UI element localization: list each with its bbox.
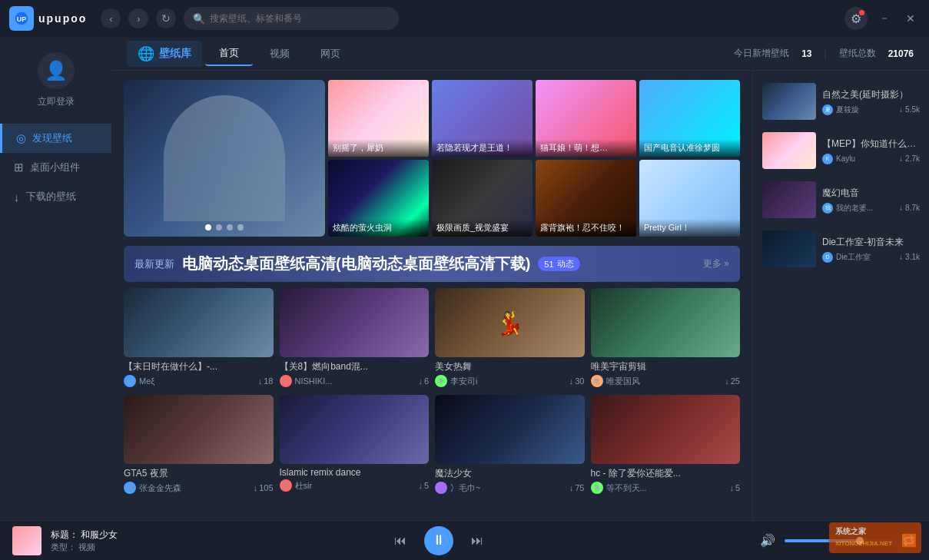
video-card-2[interactable]: 💃 美女热舞 李 李安司i ↓ 30 [435,288,585,387]
settings-button[interactable]: ⚙ [844,7,868,30]
svg-text:XITONGZHIJIA.NET: XITONGZHIJIA.NET [835,540,892,547]
banner-label-3: 猫耳娘！萌！想… [536,139,636,157]
video-thumb-2: 💃 [435,288,585,357]
video-thumb-4 [124,395,274,464]
right-title-1: 【MEP】你知道什么是... [822,138,920,151]
sidebar-item-label-widget: 桌面小组件 [30,161,80,174]
banner-thumb-3[interactable]: 猫耳娘！萌！想… [536,80,636,157]
total-label: 壁纸总数 [839,47,876,60]
dot-3[interactable] [227,224,233,230]
dot-1[interactable] [205,224,211,230]
video-card-6[interactable]: 魔法少女 冫 冫毛巾~ ↓ 75 [435,395,585,494]
banner-thumb-6[interactable]: 极限画质_视觉盛宴 [432,160,533,237]
refresh-button[interactable]: ↻ [156,8,176,28]
promo-banner[interactable]: 最新更新 电脑动态桌面壁纸高清(电脑动态桌面壁纸高清下载) 51 动态 更多 » [124,246,740,282]
video-author-1: N NISHIKI... [280,375,333,387]
sidebar-item-discover[interactable]: ◎ 发现壁纸 [0,124,111,153]
tab-home[interactable]: 首页 [205,41,253,66]
video-card-4[interactable]: GTA5 夜景 张 张金金先森 ↓ 105 [124,395,274,494]
tab-web[interactable]: 网页 [307,42,354,65]
author-name-2: 李安司i [450,376,477,387]
dl-count-0: 18 [264,376,273,386]
right-item-2[interactable]: 魔幻电音 我 我的老婆... ↓ 8.7k [762,178,920,221]
video-title-3: 唯美宇宙剪辑 [591,360,741,373]
tab-wallpaper-lib[interactable]: 🌐 壁纸库 [127,41,202,67]
tab-video[interactable]: 视频 [256,42,304,65]
main-layout: 👤 立即登录 ◎ 发现壁纸 ⊞ 桌面小组件 ↓ 下载的壁纸 🌐 壁纸库 首页 视… [0,37,929,520]
right-info-2: 魔幻电音 我 我的老婆... ↓ 8.7k [822,187,920,214]
dl-count-3: 25 [731,376,740,386]
banner-dots [205,224,244,230]
right-thumb-3 [762,230,816,267]
banner-thumb-5[interactable]: 炫酷的萤火虫洞 [328,160,429,237]
author-name-7: 等不到天... [606,482,647,494]
video-card-3[interactable]: 唯美宇宙剪辑 唯 唯爱国风 ↓ 25 [591,288,741,387]
stats-area: 今日新增壁纸 13 | 壁纸总数 21076 [734,47,914,60]
sidebar-item-label-downloaded: 下载的壁纸 [26,190,76,204]
sidebar-item-downloaded[interactable]: ↓ 下载的壁纸 [0,182,111,211]
prev-button[interactable]: ⏮ [389,529,412,552]
banner-thumb-2[interactable]: 若隐若现才是王道！ [432,80,533,157]
play-button[interactable]: ⏸ [424,526,453,555]
author-name-0: Meξ [139,376,154,386]
video-card-1[interactable]: 【关8】燃向band混... N NISHIKI... ↓ 6 [280,288,430,387]
right-author-2: 我的老婆... [836,203,873,214]
author-avatar-4: 张 [124,482,136,494]
login-button[interactable]: 立即登录 [38,95,75,108]
video-card-7[interactable]: hc - 除了爱你还能爱... 等 等不到天... ↓ 5 [591,395,741,494]
player-thumbnail [12,526,41,555]
banner-thumb-1[interactable]: 别摇了，犀奶 [328,80,429,157]
right-item-1[interactable]: 【MEP】你知道什么是... K Kaylu ↓ 2.7k [762,129,920,172]
title-label: 标题： [51,529,78,540]
type-label: 类型： [51,542,76,552]
banner-thumb-4[interactable]: 国产电音认准徐梦圆 [639,80,740,157]
dot-2[interactable] [216,224,222,230]
author-name-6: 冫毛巾~ [450,482,480,494]
content-scroll[interactable]: 别摇了，犀奶 若隐若现才是王道！ 猫耳娘！萌！想… 国产电音认准徐梦圆 [111,71,752,520]
badge-count: 51 [544,260,553,269]
video-meta-4: 张 张金金先森 ↓ 105 [124,482,274,494]
right-title-0: 自然之美(延时摄影） [822,88,920,101]
forward-button[interactable]: › [128,8,148,28]
video-card-0[interactable]: 【末日时在做什么】-... M Meξ ↓ 18 [124,288,274,387]
right-item-0[interactable]: 自然之美(延时摄影） 夏 夏筱旋 ↓ 5.5k [762,80,920,123]
search-input[interactable] [210,13,390,24]
search-bar: 🔍 [184,7,399,30]
banner-thumb-8[interactable]: Pretty Girl！ [639,160,740,237]
title-value: 和服少女 [81,529,118,540]
more-link[interactable]: 更多 » [703,257,729,270]
video-downloads-0: ↓ 18 [258,376,274,386]
banner-thumb-7[interactable]: 露背旗袍！忍不住咬！ [536,160,636,237]
minimize-button[interactable]: － [875,9,894,28]
video-meta-7: 等 等不到天... ↓ 5 [591,482,741,494]
right-avatar-3: D [822,252,833,263]
author-avatar-3: 唯 [591,375,603,387]
back-button[interactable]: ‹ [101,8,121,28]
wallpaper-lib-label: 壁纸库 [159,47,191,61]
video-thumb-7 [591,395,741,464]
next-button[interactable]: ⏭ [466,529,489,552]
right-avatar-1: K [822,154,833,164]
video-title-7: hc - 除了爱你还能爱... [591,467,741,480]
video-author-4: 张 张金金先森 [124,482,181,494]
author-avatar-0: M [124,375,136,387]
sidebar-item-widget[interactable]: ⊞ 桌面小组件 [0,153,111,182]
dl-count-5: 5 [424,481,429,490]
video-author-0: M Meξ [124,375,154,387]
dot-4[interactable] [237,224,244,230]
right-item-3[interactable]: Die工作室-初音未来 D Die工作室 ↓ 3.1k [762,227,920,270]
download-icon: ↓ [14,191,20,204]
video-title-5: Islamic remix dance [280,467,430,478]
volume-icon[interactable]: 🔊 [760,533,775,548]
search-icon: 🔍 [193,13,205,25]
close-button[interactable]: ✕ [901,9,920,28]
right-title-3: Die工作室-初音未来 [822,236,920,249]
main-banner[interactable] [124,80,325,237]
author-name-1: NISHIKI... [295,376,333,386]
video-author-6: 冫 冫毛巾~ [435,482,480,494]
video-card-5[interactable]: Islamic remix dance 杜 杜sir ↓ 5 [280,395,430,494]
video-thumb-1 [280,288,430,357]
player-title: 标题： 和服少女 [51,529,118,542]
logo-area: UP upupoo [9,6,87,31]
logo-text: upupoo [38,12,87,25]
